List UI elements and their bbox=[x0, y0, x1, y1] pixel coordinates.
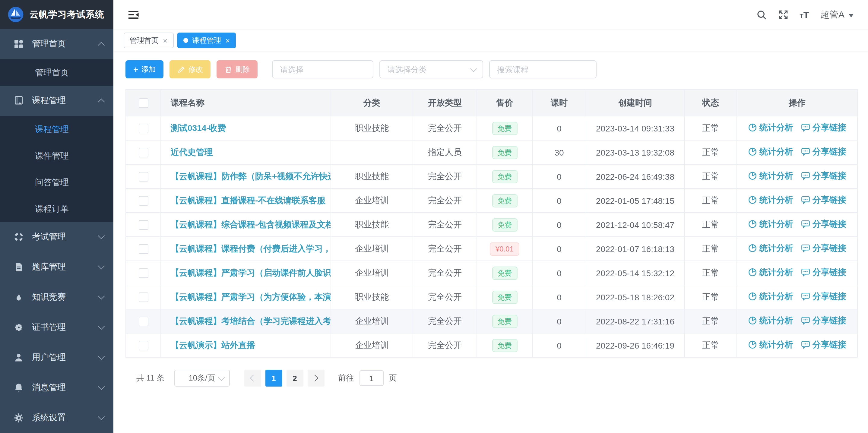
share-link-label: 分享链接 bbox=[812, 195, 846, 206]
share-link[interactable]: 分享链接 bbox=[801, 291, 846, 302]
price-tag: 免费 bbox=[492, 266, 517, 280]
course-name-link[interactable]: 【云帆课程】防作弊（防呆+视频不允许快进+... bbox=[171, 171, 331, 181]
fullscreen-icon[interactable] bbox=[778, 10, 788, 20]
sidebar-fold-icon[interactable] bbox=[128, 10, 140, 20]
sidebar-item-contest[interactable]: 知识竞赛 bbox=[0, 282, 114, 312]
share-link[interactable]: 分享链接 bbox=[801, 195, 846, 206]
sidebar-subitem-home-index[interactable]: 管理首页 bbox=[0, 59, 114, 86]
row-checkbox[interactable] bbox=[138, 148, 148, 157]
course-name-link[interactable]: 测试0314-收费 bbox=[171, 123, 226, 132]
category-cell: 企业培训 bbox=[331, 309, 413, 333]
topbar-right: TT 超管A bbox=[756, 9, 854, 21]
select-input[interactable] bbox=[272, 60, 373, 79]
sidebar-item-home[interactable]: 管理首页 bbox=[0, 29, 114, 59]
actions-cell: 统计分析分享链接 bbox=[737, 188, 858, 213]
stats-link[interactable]: 统计分析 bbox=[748, 291, 793, 302]
sidebar-subitem-course-order[interactable]: 课程订单 bbox=[0, 195, 114, 222]
dashboard-icon bbox=[13, 39, 24, 49]
tab-bar: 管理首页×课程管理× bbox=[114, 30, 868, 51]
page-size-select[interactable]: 10条/页 bbox=[174, 370, 229, 386]
main-area: TT 超管A 管理首页×课程管理× + 添加 bbox=[114, 0, 868, 433]
course-search-input[interactable] bbox=[489, 60, 596, 79]
stats-link[interactable]: 统计分析 bbox=[748, 267, 793, 278]
sidebar-item-message[interactable]: 消息管理 bbox=[0, 373, 114, 403]
stats-link[interactable]: 统计分析 bbox=[748, 147, 793, 157]
sidebar-item-exam[interactable]: 考试管理 bbox=[0, 222, 114, 252]
row-checkbox[interactable] bbox=[138, 268, 148, 278]
share-link[interactable]: 分享链接 bbox=[801, 340, 846, 350]
search-icon[interactable] bbox=[756, 10, 766, 20]
share-link[interactable]: 分享链接 bbox=[801, 267, 846, 278]
category-select[interactable] bbox=[379, 60, 483, 79]
sidebar-subitem-course-manage[interactable]: 课程管理 bbox=[0, 116, 114, 142]
share-link[interactable]: 分享链接 bbox=[801, 243, 846, 254]
sidebar-item-certificate[interactable]: 证书管理 bbox=[0, 312, 114, 343]
stats-link[interactable]: 统计分析 bbox=[748, 340, 793, 350]
comment-icon bbox=[801, 340, 810, 349]
row-checkbox[interactable] bbox=[138, 292, 148, 302]
sidebar-item-user[interactable]: 用户管理 bbox=[0, 343, 114, 373]
share-link[interactable]: 分享链接 bbox=[801, 315, 846, 326]
status-cell: 正常 bbox=[684, 237, 737, 261]
stats-link[interactable]: 统计分析 bbox=[748, 195, 793, 206]
category-select-input[interactable] bbox=[379, 60, 483, 79]
tab-home[interactable]: 管理首页× bbox=[124, 33, 174, 48]
sidebar-item-question-bank[interactable]: 题库管理 bbox=[0, 252, 114, 282]
tab-close-icon[interactable]: × bbox=[163, 36, 167, 44]
course-name-link[interactable]: 【云帆课程】考培结合（学习完课程进入考试） bbox=[171, 316, 331, 326]
goto-page-input[interactable] bbox=[359, 370, 383, 386]
stats-link[interactable]: 统计分析 bbox=[748, 219, 793, 230]
page-button-1[interactable]: 1 bbox=[265, 370, 282, 386]
edit-button[interactable]: 修改 bbox=[169, 60, 211, 79]
course-name-link[interactable]: 【云帆课程】严肃学习（启动课件前人脸识别... bbox=[171, 268, 331, 277]
row-checkbox[interactable] bbox=[138, 244, 148, 254]
sidebar-item-course[interactable]: 课程管理 bbox=[0, 86, 114, 116]
tab-close-icon[interactable]: × bbox=[225, 36, 230, 44]
table-row: 【云帆课程】考培结合（学习完课程进入考试）企业培训完全公开免费02022-08-… bbox=[126, 309, 858, 333]
course-name-cell: 近代史管理 bbox=[161, 140, 331, 164]
stats-link-label: 统计分析 bbox=[760, 243, 793, 254]
select-all-checkbox[interactable] bbox=[138, 98, 148, 108]
stats-link[interactable]: 统计分析 bbox=[748, 122, 793, 133]
course-name-link[interactable]: 【云帆课程】综合课程-包含视频课程及文档类... bbox=[171, 219, 331, 229]
stats-link-label: 统计分析 bbox=[760, 291, 793, 302]
font-size-icon[interactable]: TT bbox=[800, 10, 809, 19]
tab-course[interactable]: 课程管理× bbox=[177, 33, 236, 48]
row-checkbox[interactable] bbox=[138, 317, 148, 326]
row-checkbox[interactable] bbox=[138, 341, 148, 350]
user-menu[interactable]: 超管A bbox=[820, 9, 854, 21]
sidebar-subitem-courseware-manage[interactable]: 课件管理 bbox=[0, 142, 114, 169]
share-link[interactable]: 分享链接 bbox=[801, 122, 846, 133]
row-checkbox[interactable] bbox=[138, 196, 148, 206]
row-checkbox[interactable] bbox=[138, 124, 148, 133]
course-name-link[interactable]: 【云帆课程】课程付费（付费后进入学习，请... bbox=[171, 243, 331, 253]
share-link[interactable]: 分享链接 bbox=[801, 219, 846, 230]
stats-link[interactable]: 统计分析 bbox=[748, 243, 793, 254]
share-link[interactable]: 分享链接 bbox=[801, 171, 846, 182]
page-button-2[interactable]: 2 bbox=[286, 370, 303, 386]
course-name-link[interactable]: 近代史管理 bbox=[171, 147, 213, 156]
course-name-link[interactable]: 【云帆课程】严肃学习（为方便体验，本演示... bbox=[171, 291, 331, 301]
stats-link-label: 统计分析 bbox=[760, 195, 793, 206]
sidebar-subitem-qa-manage[interactable]: 问答管理 bbox=[0, 169, 114, 195]
stats-link[interactable]: 统计分析 bbox=[748, 315, 793, 326]
delete-button[interactable]: 删除 bbox=[217, 60, 257, 79]
actions-cell: 统计分析分享链接 bbox=[737, 140, 858, 164]
stats-link-label: 统计分析 bbox=[760, 315, 793, 326]
topbar: TT 超管A bbox=[114, 0, 868, 30]
prev-page-button[interactable] bbox=[244, 370, 261, 386]
chevron-down-icon bbox=[98, 293, 105, 300]
stats-link[interactable]: 统计分析 bbox=[748, 171, 793, 182]
sidebar-item-settings[interactable]: 系统设置 bbox=[0, 403, 114, 433]
share-link[interactable]: 分享链接 bbox=[801, 147, 846, 157]
created-time-cell: 2022-09-26 16:46:19 bbox=[586, 333, 684, 357]
row-checkbox[interactable] bbox=[138, 172, 148, 182]
column-header: 售价 bbox=[477, 90, 532, 116]
next-page-button[interactable] bbox=[307, 370, 324, 386]
sidebar-submenu-home: 管理首页 bbox=[0, 59, 114, 86]
row-checkbox[interactable] bbox=[138, 220, 148, 230]
course-name-link[interactable]: 【云帆课程】直播课程-不在线请联系客服 bbox=[171, 195, 326, 205]
add-button[interactable]: + 添加 bbox=[125, 60, 163, 79]
course-name-link[interactable]: 【云帆演示】站外直播 bbox=[171, 340, 255, 349]
created-time-cell: 2021-12-04 10:58:47 bbox=[586, 213, 684, 237]
